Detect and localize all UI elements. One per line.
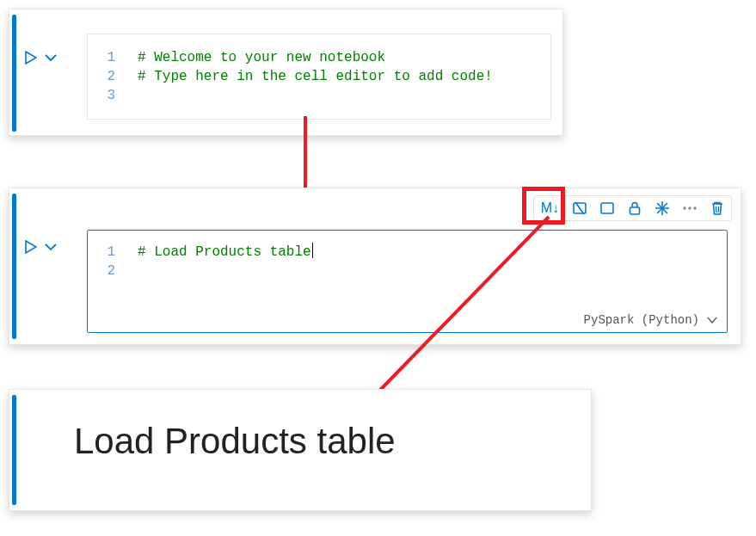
cell-active-indicator: [12, 395, 16, 505]
svg-marker-15: [26, 241, 36, 253]
code-line: 1 # Load Products table: [103, 243, 711, 262]
code-text: # Type here in the cell editor to add co…: [138, 67, 493, 86]
toggle-input-icon[interactable]: [571, 200, 588, 217]
lock-icon[interactable]: [626, 200, 643, 217]
more-options-icon[interactable]: [681, 200, 698, 217]
svg-line-3: [575, 202, 584, 214]
run-menu-chevron[interactable]: [44, 242, 58, 252]
run-menu-chevron[interactable]: [44, 52, 58, 63]
notebook-cell-markdown-rendered: Load Products table: [9, 389, 592, 511]
language-label: PySpark (Python): [584, 313, 699, 327]
notebook-cell-welcome: 1 # Welcome to your new notebook 2 # Typ…: [9, 9, 563, 136]
svg-rect-4: [601, 203, 613, 213]
convert-to-markdown-button[interactable]: M↓: [539, 200, 561, 216]
code-line: 2: [103, 262, 711, 280]
line-number: 2: [103, 67, 115, 86]
svg-point-10: [683, 206, 685, 209]
cell-active-indicator: [12, 15, 16, 132]
freeze-icon[interactable]: [654, 200, 671, 217]
svg-point-11: [688, 206, 691, 209]
notebook-cell-load-products: M↓: [9, 188, 741, 345]
markdown-heading: Load Products table: [74, 421, 396, 462]
code-text: # Load Products table: [138, 243, 313, 262]
line-number: 1: [103, 48, 115, 67]
svg-point-12: [693, 206, 696, 209]
code-line: 3: [103, 86, 535, 105]
cell-run-gutter: [25, 51, 58, 65]
svg-marker-0: [26, 52, 36, 64]
run-cell-button[interactable]: [25, 240, 37, 254]
cell-active-indicator: [12, 194, 16, 339]
code-line: 2 # Type here in the cell editor to add …: [103, 67, 535, 86]
line-number: 3: [103, 86, 115, 105]
cell-run-gutter: [25, 240, 58, 254]
text-cursor: [312, 243, 313, 258]
code-editor[interactable]: 1 # Welcome to your new notebook 2 # Typ…: [87, 34, 551, 120]
run-cell-button[interactable]: [25, 51, 37, 65]
cell-toolbar: M↓: [533, 195, 732, 221]
line-number: 2: [103, 262, 115, 280]
svg-rect-5: [630, 207, 640, 214]
code-text: # Welcome to your new notebook: [138, 48, 385, 67]
chevron-down-icon: [706, 316, 718, 324]
language-selector[interactable]: PySpark (Python): [584, 313, 718, 327]
toggle-output-icon[interactable]: [599, 200, 616, 217]
line-number: 1: [103, 243, 115, 262]
code-editor[interactable]: 1 # Load Products table 2 PySpark (Pytho…: [87, 230, 728, 333]
code-line: 1 # Welcome to your new notebook: [103, 48, 535, 67]
delete-cell-icon[interactable]: [709, 200, 726, 217]
